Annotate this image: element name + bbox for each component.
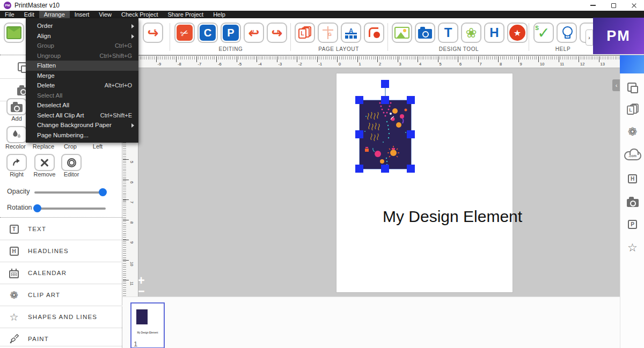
insert-shape-button[interactable]: ★ bbox=[507, 23, 528, 43]
redo-button[interactable]: ↪R bbox=[267, 23, 287, 43]
handle-bottom-center[interactable] bbox=[381, 165, 389, 173]
thumbnail-design bbox=[136, 309, 148, 324]
sidebar-projects-button[interactable]: P bbox=[620, 216, 644, 232]
opacity-slider-thumb[interactable] bbox=[99, 188, 107, 196]
recolor-button[interactable] bbox=[6, 126, 27, 143]
section-paint[interactable]: PAINT bbox=[0, 328, 122, 348]
section-label: PAINT bbox=[28, 336, 49, 342]
thumbnail-text: My Design Element bbox=[131, 331, 164, 334]
selected-clipart-element[interactable] bbox=[360, 100, 411, 169]
section-calendar[interactable]: CALENDAR bbox=[0, 262, 122, 284]
undo-arrow-icon: ↩U bbox=[248, 26, 260, 40]
sidebar-photos-button[interactable] bbox=[620, 194, 644, 210]
corner-dot-icon bbox=[368, 27, 380, 39]
pages-strip: My Design Element 1 bbox=[122, 297, 620, 348]
ideas-button[interactable] bbox=[557, 23, 577, 43]
handle-middle-left[interactable] bbox=[355, 130, 363, 138]
design-text-element[interactable]: My Design Element bbox=[383, 208, 522, 226]
divider bbox=[0, 217, 122, 218]
rotation-slider[interactable] bbox=[34, 208, 106, 210]
insert-headline-button[interactable]: H bbox=[484, 23, 504, 43]
menu-item-order[interactable]: Order bbox=[26, 21, 138, 31]
handle-bottom-right[interactable] bbox=[407, 165, 415, 173]
menu-item-select-all-clipart[interactable]: Select All Clip ArtCtrl+Shift+E bbox=[26, 110, 138, 121]
menu-item-align[interactable]: Align bbox=[26, 31, 138, 41]
rotation-slider-thumb[interactable] bbox=[33, 204, 41, 212]
menu-item-merge[interactable]: Merge bbox=[26, 71, 138, 81]
menu-item-ungroup: UngroupCtrl+Shift+G bbox=[26, 51, 138, 61]
paste-button[interactable]: P bbox=[221, 23, 241, 43]
insert-text-button[interactable]: T bbox=[438, 23, 458, 43]
spellcheck-button[interactable]: ✓S bbox=[533, 23, 554, 43]
maximize-button[interactable] bbox=[605, 0, 621, 11]
handle-bottom-left[interactable] bbox=[355, 165, 363, 173]
menu-help[interactable]: Help bbox=[208, 11, 230, 18]
menu-insert[interactable]: Insert bbox=[70, 11, 94, 18]
handle-top-center[interactable] bbox=[381, 96, 389, 104]
menu-share-project[interactable]: Share Project bbox=[163, 11, 209, 18]
menu-item-deselect-all[interactable]: Deselect All bbox=[26, 100, 138, 110]
guides-button[interactable]: G bbox=[318, 23, 338, 43]
insert-photo-button[interactable] bbox=[415, 23, 435, 43]
sidebar-online-button[interactable]: .com bbox=[620, 147, 644, 164]
rotation-handle[interactable] bbox=[381, 80, 389, 88]
handle-top-right[interactable] bbox=[407, 96, 415, 104]
expand-panel-button[interactable]: › bbox=[586, 29, 593, 46]
undo-button[interactable]: ↩U bbox=[244, 23, 264, 43]
collapse-right-panel-button[interactable]: ‹ bbox=[612, 79, 620, 91]
canvas[interactable]: My Design Element + − ‹ bbox=[138, 68, 620, 297]
menu-view[interactable]: View bbox=[94, 11, 116, 18]
menu-item-change-background-paper[interactable]: Change Background Paper bbox=[26, 120, 138, 130]
section-clipart[interactable]: ❁ CLIP ART bbox=[0, 284, 122, 306]
minimize-button[interactable] bbox=[585, 0, 601, 11]
menu-item-flatten[interactable]: Flatten bbox=[26, 61, 138, 71]
menu-item-page-numbering[interactable]: Page Numbering... bbox=[26, 130, 138, 140]
horizontal-ruler: -9-8-7-6-5-4-3-2-1012345678910111213 bbox=[122, 55, 620, 68]
page-thumbnail[interactable]: My Design Element 1 bbox=[130, 302, 165, 348]
layouts-button[interactable]: L bbox=[295, 23, 315, 43]
menu-arrange[interactable]: Arrange bbox=[39, 11, 70, 18]
close-button[interactable] bbox=[626, 0, 642, 11]
section-shapes[interactable]: ☆ SHAPES AND LINES bbox=[0, 306, 122, 328]
overlapping-squares-icon bbox=[627, 83, 638, 93]
menubar: File Edit Arrange Insert View Check Proj… bbox=[0, 11, 644, 18]
handle-middle-right[interactable] bbox=[407, 130, 415, 138]
titlebar: PM PrintMaster v10 bbox=[0, 0, 644, 11]
arrange-dropdown-menu: Order Align GroupCtrl+G UngroupCtrl+Shif… bbox=[26, 18, 138, 143]
droplets-icon bbox=[11, 129, 22, 140]
paste-icon: P bbox=[223, 25, 239, 41]
close-icon bbox=[631, 3, 637, 9]
editor-button[interactable] bbox=[61, 154, 82, 171]
share-arrow-icon: ↪S bbox=[148, 26, 159, 40]
copy-button[interactable]: C bbox=[197, 23, 218, 43]
app-logo-icon: PM bbox=[4, 2, 11, 9]
remove-button[interactable] bbox=[34, 154, 55, 171]
section-text[interactable]: T TEXT bbox=[0, 218, 122, 240]
menu-file[interactable]: File bbox=[0, 11, 19, 18]
share-button[interactable]: ↪S bbox=[143, 23, 163, 43]
opacity-slider[interactable] bbox=[34, 191, 106, 194]
cut-button[interactable]: ✂ bbox=[174, 23, 195, 43]
menu-check-project[interactable]: Check Project bbox=[116, 11, 163, 18]
paintbrush-icon bbox=[7, 334, 21, 344]
rotate-right-button[interactable] bbox=[6, 154, 27, 171]
section-headlines[interactable]: H HEADLINES bbox=[0, 240, 122, 262]
add-photo-button[interactable] bbox=[6, 98, 27, 115]
insert-image-button[interactable] bbox=[392, 23, 412, 43]
add-label: Add bbox=[11, 115, 22, 122]
sidebar-clipart-button[interactable]: ❁ bbox=[620, 124, 644, 140]
sidebar-shapes-button[interactable]: ☆ bbox=[620, 240, 644, 256]
headline-icon: H bbox=[489, 25, 499, 40]
menu-item-delete[interactable]: DeleteAlt+Ctrl+O bbox=[26, 80, 138, 91]
sidebar-headlines-button[interactable]: H bbox=[620, 171, 644, 187]
insert-clipart-button[interactable]: ❀ bbox=[461, 23, 481, 43]
sidebar-objects-button[interactable] bbox=[620, 80, 644, 96]
sidebar-layouts-button[interactable]: L bbox=[620, 101, 644, 117]
menu-edit[interactable]: Edit bbox=[19, 11, 39, 18]
corner-marks-button[interactable] bbox=[364, 23, 384, 43]
editing-group-label: EDITING bbox=[219, 46, 243, 52]
new-project-button[interactable] bbox=[4, 23, 24, 43]
master-page-button[interactable]: A bbox=[341, 23, 361, 43]
star-outline-icon: ☆ bbox=[7, 311, 21, 323]
handle-top-left[interactable] bbox=[355, 96, 363, 104]
